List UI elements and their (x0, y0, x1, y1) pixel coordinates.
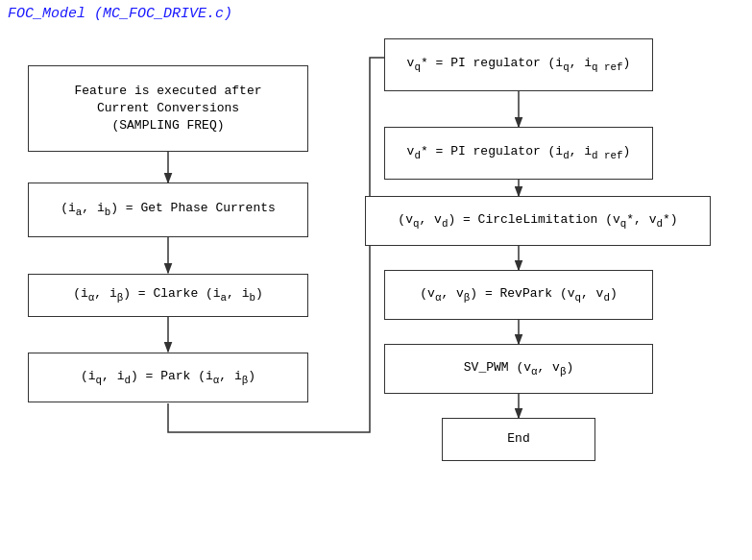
end-label: End (507, 430, 529, 448)
sampling-box: Feature is executed after Current Conver… (28, 65, 308, 152)
svpwm-box: SV_PWM (vα, vβ) (384, 344, 653, 394)
pi-vd-label: vd* = PI regulator (id, id ref) (407, 143, 631, 163)
svpwm-label: SV_PWM (vα, vβ) (464, 359, 573, 379)
revpark-box: (vα, vβ) = RevPark (vq, vd) (384, 270, 653, 320)
park-box: (iq, id) = Park (iα, iβ) (28, 353, 308, 402)
end-box: End (442, 418, 595, 461)
clarke-label: (iα, iβ) = Clarke (ia, ib) (73, 285, 263, 305)
circle-label: (vq, vd) = CircleLimitation (vq*, vd*) (398, 211, 677, 231)
sampling-label: Feature is executed after Current Conver… (74, 83, 261, 135)
pi-vd-box: vd* = PI regulator (id, id ref) (384, 127, 653, 180)
clarke-box: (iα, iβ) = Clarke (ia, ib) (28, 274, 308, 317)
park-label: (iq, id) = Park (iα, iβ) (81, 368, 255, 388)
circle-box: (vq, vd) = CircleLimitation (vq*, vd*) (365, 196, 711, 246)
page-title: FOC_Model (MC_FOC_DRIVE.c) (8, 6, 232, 22)
get-phase-label: (ia, ib) = Get Phase Currents (61, 200, 276, 220)
revpark-label: (vα, vβ) = RevPark (vq, vd) (420, 285, 617, 305)
get-phase-box: (ia, ib) = Get Phase Currents (28, 183, 308, 237)
flowchart: Feature is executed after Current Conver… (0, 29, 752, 560)
pi-vq-label: vq* = PI regulator (iq, iq ref) (407, 55, 631, 75)
pi-vq-box: vq* = PI regulator (iq, iq ref) (384, 38, 653, 91)
